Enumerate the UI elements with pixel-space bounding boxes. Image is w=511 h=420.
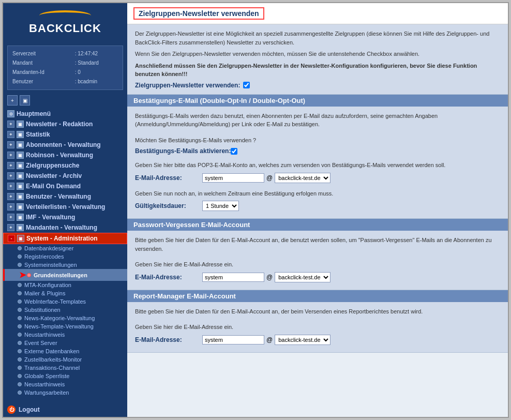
mandanten-expand-icon: +	[7, 224, 14, 231]
section3-header: Report-Manager E-Mail-Account	[127, 290, 508, 302]
sidebar-item-abonnenten-verwaltung[interactable]: + ▣ Abonnenten - Verwaltung	[3, 140, 127, 150]
systemeinstellungen-dot-icon	[18, 263, 22, 267]
sidebar-subitem-mailer-plugins[interactable]: Mailer & Plugins	[3, 289, 127, 297]
transaktions-dot-icon	[18, 366, 22, 370]
sidebar-subitem-news-kategorie[interactable]: News-Kategorie-Verwaltung	[3, 314, 127, 322]
sidebar-subitem-mta-konfiguration[interactable]: MTA-Konfiguration	[3, 281, 127, 289]
verteilerlisten-expand-icon: +	[7, 203, 14, 211]
sidebar-subitem-transaktions-channel[interactable]: Transaktions-Channel	[3, 364, 127, 372]
sidebar-subitem-registriercodes[interactable]: Registriercodes	[3, 252, 127, 261]
statistik-page-icon: ▣	[17, 131, 24, 138]
intro-section: Der Zielgruppen-Newsletter ist eine Mögl…	[127, 24, 508, 95]
section1-email-input[interactable]	[202, 173, 264, 183]
logout-icon: ⏻	[7, 406, 16, 414]
section1-email-label: E-Mail-Adresse:	[135, 174, 202, 182]
zielgruppen-checkbox-label: Zielgruppen-Newsletter verwenden:	[135, 82, 240, 89]
server-info: Serverzeit : 12:47:42 Mandant : Standard…	[7, 46, 123, 90]
globale-sperrliste-label: Globale Sperrliste	[24, 373, 69, 379]
mandanten-id-label: Mandanten-Id	[12, 68, 74, 77]
datenbankdesigner-label: Datenbankdesigner	[24, 245, 73, 251]
event-server-dot-icon	[18, 341, 22, 345]
sidebar-subitem-neustarthinweis2[interactable]: Neustarthinweis	[3, 380, 127, 388]
email-on-demand-label: E-Mail On Demand	[26, 183, 81, 190]
zielgruppensuche-expand-icon: +	[7, 162, 14, 169]
statistik-expand-icon: +	[7, 131, 14, 138]
section3-p1: Bitte geben Sie hier die Daten für den E…	[135, 307, 500, 316]
wartungsarbeiten-label: Wartungsarbeiten	[24, 389, 69, 396]
neustarthinweis2-dot-icon	[18, 382, 22, 386]
abonnenten-label: Abonnenten - Verwaltung	[26, 141, 101, 148]
aktivieren-label: Bestätigungs-E-Mails aktivieren:	[135, 147, 231, 155]
gueltigkeitsdauer-row: Gültigkeitsdauer: 1 Stunde	[135, 201, 500, 211]
sidebar-item-zielgruppensuche[interactable]: + ▣ Zielgruppensuche	[3, 160, 127, 171]
section1-domain-select[interactable]: backclick-test.de	[275, 173, 330, 183]
section1-header: Bestätigungs-E-Mail (Double-Opt-In / Dou…	[127, 95, 508, 107]
section3-domain-select[interactable]: backclick-test.de	[275, 335, 330, 345]
externe-datenbanken-label: Externe Datenbanken	[24, 348, 79, 354]
benutzer-label: Benutzer	[12, 78, 74, 86]
sidebar-subitem-event-server[interactable]: Event Server	[3, 339, 127, 347]
section2-domain-select[interactable]: backclick-test.de	[275, 272, 330, 282]
section2-email-input[interactable]	[202, 273, 264, 282]
grundeinstellungen-dot-icon	[27, 273, 31, 277]
nav-icon-page[interactable]: ▣	[20, 95, 30, 106]
section3-email-label: E-Mail-Adresse:	[135, 336, 202, 343]
sidebar-item-hauptmenu[interactable]: ⊙ Hauptmenü	[3, 109, 127, 119]
section3-email-input[interactable]	[202, 335, 264, 344]
neustarthinweis-label: Neustarthinweis	[24, 332, 65, 338]
neustarthinweis2-label: Neustarthinweis	[24, 381, 65, 387]
aktivieren-checkbox[interactable]	[231, 148, 237, 155]
section1-body: Bestätigungs-E-Mails werden dazu benutzt…	[127, 107, 508, 219]
logo-area: BACKCLICK	[3, 3, 127, 42]
sidebar-subitem-substitutionen[interactable]: Substitutionen	[3, 306, 127, 314]
zielgruppensuche-label: Zielgruppensuche	[26, 162, 79, 169]
mandanten-label: Mandanten - Verwaltung	[26, 224, 97, 231]
sidebar-subitem-externe-datenbanken[interactable]: Externe Datenbanken	[3, 347, 127, 355]
sidebar-subitem-grundeinstellungen[interactable]: ➤ Grundeinstellungen	[3, 269, 127, 281]
sidebar-item-robinson-verwaltung[interactable]: + ▣ Robinson - Verwaltung	[3, 150, 127, 160]
sidebar-subitem-systemeinstellungen[interactable]: Systemeinstellungen	[3, 261, 127, 269]
sidebar-item-verteilerlisten-verwaltung[interactable]: + ▣ Verteilerlisten - Verwaltung	[3, 202, 127, 212]
webinterface-label: WebInterface-Templates	[24, 298, 86, 305]
section1-p2: Geben Sie hier bitte das POP3-E-Mail-Kon…	[135, 161, 500, 170]
section3-p2: Geben Sie hier die E-Mail-Adresse ein.	[135, 323, 500, 332]
section2-p2: Geben Sie hier die E-Mail-Adresse ein.	[135, 260, 500, 269]
sidebar-item-newsletter-redaktion[interactable]: + ▣ Newsletter - Redaktion	[3, 119, 127, 129]
imf-label: IMF - Verwaltung	[26, 214, 75, 221]
benutzer-expand-icon: +	[7, 193, 14, 200]
sidebar-item-email-on-demand[interactable]: + ▣ E-Mail On Demand	[3, 181, 127, 191]
mta-label: MTA-Konfiguration	[24, 282, 71, 288]
sidebar-item-mandanten-verwaltung[interactable]: + ▣ Mandanten - Verwaltung	[3, 222, 127, 233]
logo-text: BACKCLICK	[29, 22, 101, 35]
section2-at-symbol: @	[266, 274, 273, 281]
intro-text-p2: Wenn Sie den Zielgruppen-Newsletter verw…	[135, 50, 500, 58]
verteilerlisten-label: Verteilerlisten - Verwaltung	[26, 203, 105, 211]
sidebar-item-imf-verwaltung[interactable]: + ▣ IMF - Verwaltung	[3, 212, 127, 222]
sidebar-subitem-webinterface-templates[interactable]: WebInterface-Templates	[3, 297, 127, 306]
mandanten-id-value: : 0	[75, 68, 118, 77]
system-expand-icon: -	[8, 235, 15, 242]
intro-text-p1: Der Zielgruppen-Newsletter ist eine Mögl…	[135, 29, 500, 47]
registriercodes-dot-icon	[18, 254, 22, 259]
sidebar-subitem-zustellbarkeits-monitor[interactable]: Zustellbarkeits-Monitor	[3, 355, 127, 364]
sidebar-item-statistik[interactable]: + ▣ Statistik	[3, 129, 127, 140]
datenbankdesigner-dot-icon	[18, 246, 22, 250]
systemeinstellungen-label: Systemeinstellungen	[24, 262, 77, 268]
sidebar-subitem-globale-sperrliste[interactable]: Globale Sperrliste	[3, 372, 127, 380]
sidebar-item-benutzer-verwaltung[interactable]: + ▣ Benutzer - Verwaltung	[3, 191, 127, 202]
imf-page-icon: ▣	[17, 214, 24, 221]
benutzer-value: : bcadmin	[75, 78, 118, 86]
sidebar-item-newsletter-archiv[interactable]: + ▣ Newsletter - Archiv	[3, 171, 127, 181]
sidebar-subitem-news-template[interactable]: News-Template-Verwaltung	[3, 322, 127, 331]
statistik-label: Statistik	[26, 131, 50, 138]
sidebar-subitem-neustarthinweis[interactable]: Neustarthinweis	[3, 331, 127, 339]
newsletter-redaktion-expand-icon: +	[7, 121, 14, 128]
logout-area[interactable]: ⏻ Logout	[3, 402, 127, 417]
sidebar-item-system-administration[interactable]: - ▣ System - Administration	[3, 233, 127, 244]
nav-icon-plus[interactable]: +	[7, 95, 18, 106]
gueltigkeitsdauer-select[interactable]: 1 Stunde	[202, 201, 239, 211]
sidebar-subitem-wartungsarbeiten[interactable]: Wartungsarbeiten	[3, 388, 127, 397]
email-on-demand-page-icon: ▣	[17, 183, 24, 190]
zielgruppen-checkbox[interactable]	[243, 82, 250, 88]
sidebar-subitem-datenbankdesigner[interactable]: Datenbankdesigner	[3, 244, 127, 252]
